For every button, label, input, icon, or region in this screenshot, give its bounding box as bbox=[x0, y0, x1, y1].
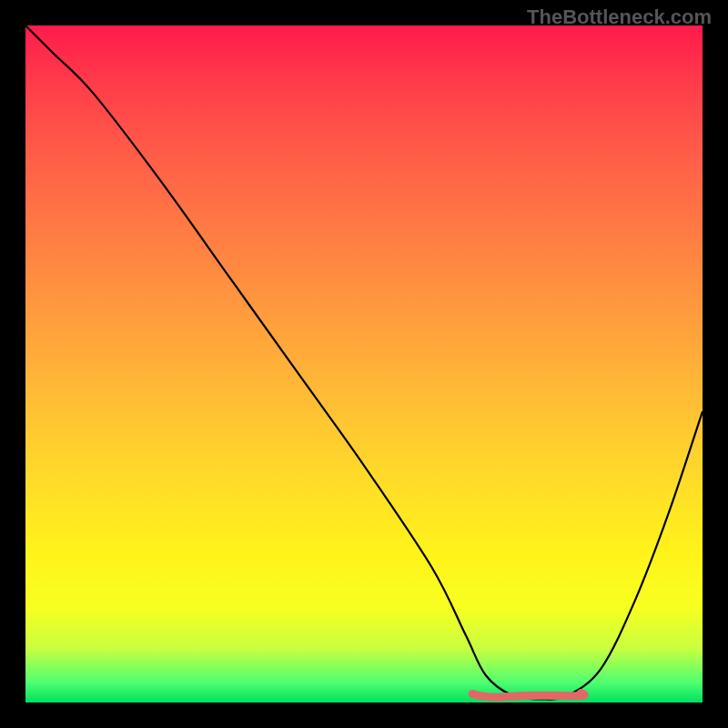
plot-area bbox=[25, 25, 703, 703]
chart-container: TheBottleneck.com bbox=[0, 0, 728, 728]
bottleneck-curve-svg bbox=[25, 25, 703, 703]
minimum-highlight-path bbox=[472, 693, 584, 698]
watermark-text: TheBottleneck.com bbox=[527, 5, 712, 29]
bottleneck-curve-path bbox=[25, 25, 703, 700]
